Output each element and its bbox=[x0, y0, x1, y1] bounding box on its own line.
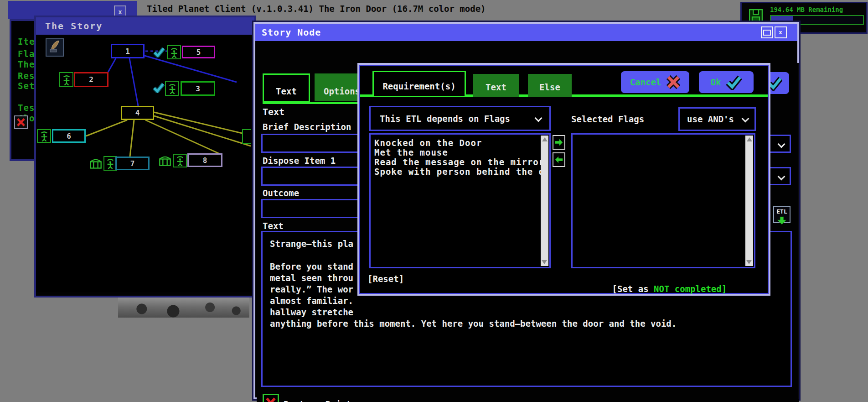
scrollbar[interactable] bbox=[745, 136, 753, 266]
flag-item[interactable]: Read the message on the mirror bbox=[374, 157, 544, 167]
set-prefix: [Set as bbox=[612, 284, 654, 294]
section-heading: Text bbox=[263, 106, 284, 117]
cancel-button[interactable]: Cancel bbox=[621, 71, 689, 93]
chevron-down-icon bbox=[778, 141, 785, 148]
red-x-icon bbox=[666, 75, 680, 89]
scroll-down-icon[interactable] bbox=[542, 260, 547, 264]
app-title: Tiled Planet Client (v.1.0.3.41) The Iro… bbox=[147, 4, 486, 14]
set-not-completed-link[interactable]: [Set as NOT completed] bbox=[570, 274, 727, 304]
modal-tab-else[interactable]: Else bbox=[528, 74, 572, 97]
menu-item-set[interactable]: Set bbox=[18, 81, 35, 91]
person-icon bbox=[59, 72, 73, 87]
etl-button[interactable]: ETL bbox=[773, 206, 790, 223]
close-button[interactable]: x bbox=[775, 26, 787, 38]
dispose-item-label: Dispose Item 1 bbox=[263, 156, 336, 166]
story-node-2[interactable]: 2 bbox=[74, 72, 108, 87]
menu-item-flags[interactable]: Fla bbox=[18, 49, 35, 59]
close-icon: x bbox=[118, 8, 122, 16]
maximize-button[interactable] bbox=[761, 26, 773, 38]
menu-item-res[interactable]: Res bbox=[18, 71, 35, 81]
red-x-icon bbox=[265, 397, 276, 402]
scroll-up-icon[interactable] bbox=[747, 137, 752, 141]
close-x-button[interactable] bbox=[14, 115, 28, 129]
person-icon bbox=[165, 81, 179, 96]
chevron-down-icon bbox=[778, 173, 785, 181]
check-icon bbox=[153, 47, 165, 57]
scrollbar[interactable] bbox=[541, 136, 548, 266]
remove-flag-button[interactable] bbox=[553, 152, 565, 167]
ok-button[interactable]: Ok bbox=[699, 71, 754, 93]
restore-point-label: Restore Point bbox=[284, 399, 351, 402]
chest-icon bbox=[89, 157, 102, 172]
story-node-4[interactable]: 4 bbox=[121, 106, 154, 120]
story-node-1[interactable]: 1 bbox=[111, 44, 145, 58]
modal-tab-text[interactable]: Text bbox=[473, 74, 519, 97]
story-text-line: hallway stretche bbox=[270, 307, 790, 318]
text-label: Text bbox=[263, 221, 284, 231]
story-node-7[interactable]: 7 bbox=[115, 157, 150, 170]
selected-flags-label: Selected Flags bbox=[571, 114, 644, 124]
quill-tool-button[interactable] bbox=[46, 38, 64, 57]
memory-label: 194.64 MB Remaining bbox=[770, 6, 843, 13]
chevron-down-icon bbox=[742, 115, 749, 123]
maximize-icon bbox=[763, 30, 771, 36]
reset-link[interactable]: [Reset] bbox=[367, 274, 404, 284]
add-flag-button[interactable] bbox=[553, 135, 565, 150]
story-node-8[interactable]: 8 bbox=[187, 153, 222, 167]
selected-flags-listbox[interactable] bbox=[571, 133, 755, 268]
etl-label: ETL bbox=[776, 208, 787, 215]
flag-item[interactable]: Met the mouse bbox=[374, 148, 544, 157]
story-text-line: anything before this moment. Yet here yo… bbox=[270, 318, 790, 330]
story-canvas[interactable]: 1 5 bbox=[36, 35, 251, 292]
flag-item[interactable]: Spoke with person behind the door bbox=[374, 167, 544, 177]
green-down-arrow-icon bbox=[777, 216, 787, 225]
available-flags-listbox[interactable]: Knocked on the Door Met the mouse Read t… bbox=[369, 133, 551, 268]
person-icon bbox=[173, 154, 187, 167]
check-icon bbox=[726, 74, 742, 90]
quill-icon bbox=[46, 39, 61, 54]
check-icon bbox=[153, 82, 165, 93]
person-icon bbox=[242, 129, 251, 144]
scroll-up-icon[interactable] bbox=[542, 137, 548, 141]
chevron-down-icon bbox=[535, 115, 542, 122]
green-left-arrow-icon bbox=[554, 155, 563, 164]
menu-item-test[interactable]: Tes bbox=[18, 103, 35, 113]
scroll-down-icon[interactable] bbox=[746, 260, 752, 264]
brief-description-label: Brief Description bbox=[263, 122, 351, 132]
set-highlight: NOT completed] bbox=[654, 284, 727, 294]
menu-item-the[interactable]: The bbox=[18, 59, 35, 69]
green-right-arrow-icon bbox=[554, 138, 563, 147]
desktop: Tiled Planet Client (v.1.0.3.41) The Iro… bbox=[0, 0, 868, 402]
red-x-icon bbox=[16, 118, 26, 127]
outcome-label: Outcome bbox=[263, 188, 299, 198]
chest-icon bbox=[159, 154, 171, 169]
flag-item[interactable]: Knocked on the Door bbox=[374, 138, 544, 148]
menu-item-items[interactable]: Ite bbox=[18, 37, 35, 47]
person-icon bbox=[37, 129, 51, 143]
story-node-5[interactable]: 5 bbox=[182, 46, 215, 58]
story-node-6[interactable]: 6 bbox=[52, 129, 86, 143]
modal-tab-requirements[interactable]: Requirement(s) bbox=[372, 71, 466, 97]
story-window-title: The Story bbox=[45, 21, 103, 31]
requirements-modal: Requirement(s) Text Else Cancel Ok bbox=[357, 63, 770, 296]
person-icon bbox=[167, 45, 181, 59]
depends-dropdown[interactable]: This ETL depends on Flags bbox=[369, 106, 551, 131]
tab-text[interactable]: Text bbox=[263, 73, 310, 102]
story-window-titlebar: The Story bbox=[36, 17, 254, 35]
dialog-title: Story Node bbox=[262, 27, 321, 38]
restore-point-checkbox[interactable] bbox=[263, 394, 279, 402]
story-window: The Story bbox=[34, 16, 256, 298]
close-icon: x bbox=[779, 24, 783, 41]
dialog-titlebar: Story Node x bbox=[255, 24, 797, 41]
and-or-dropdown[interactable]: use AND's bbox=[678, 107, 756, 131]
tab-underline bbox=[263, 102, 359, 104]
story-node-3[interactable]: 3 bbox=[181, 81, 215, 96]
